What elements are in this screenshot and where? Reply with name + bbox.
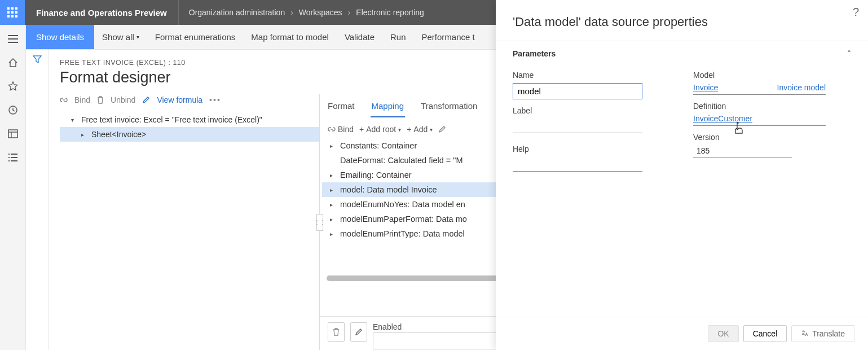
caret-right-icon: ▸ xyxy=(330,202,336,208)
chevron-right-icon: › xyxy=(290,8,293,17)
workspace-icon[interactable] xyxy=(5,125,21,142)
left-toolbar: Bind Unbind View formula ••• xyxy=(60,94,319,108)
bind-button[interactable]: Bind xyxy=(74,95,90,104)
bind-label: Bind xyxy=(338,125,354,134)
action-label: Performance t xyxy=(422,32,475,42)
translate-label: Translate xyxy=(812,329,845,338)
caret-right-icon: ▸ xyxy=(330,172,336,178)
show-all-button[interactable]: Show all▾ xyxy=(94,25,147,49)
tree-label: DateFormat: Calculated field = "M xyxy=(340,156,463,165)
app-title: Finance and Operations Preview xyxy=(25,0,179,25)
tree-label: modelEnumPaperFormat: Data mo xyxy=(340,215,467,224)
format-tree: ▾ Free text invoice: Excel = "Free text … xyxy=(60,112,319,142)
link-icon xyxy=(60,96,68,104)
tab-format[interactable]: Format xyxy=(327,98,356,117)
model-field[interactable]: Invoice Invoice model xyxy=(693,83,826,95)
cancel-label: Cancel xyxy=(753,329,778,338)
performance-button[interactable]: Performance t xyxy=(414,25,483,49)
action-label: Format enumerations xyxy=(155,32,236,42)
view-formula-button[interactable]: View formula xyxy=(157,95,202,104)
section-title: Parameters xyxy=(513,49,556,58)
star-icon[interactable] xyxy=(5,78,21,95)
filter-strip xyxy=(26,50,49,350)
hamburger-icon[interactable] xyxy=(5,30,21,47)
translate-icon xyxy=(801,329,810,338)
model-label: Model xyxy=(693,71,851,80)
show-details-label: Show details xyxy=(36,32,84,42)
tree-label: modelEnumNoYes: Data model en xyxy=(340,200,465,209)
run-button[interactable]: Run xyxy=(382,25,414,49)
cancel-button[interactable]: Cancel xyxy=(743,325,787,342)
svg-rect-1 xyxy=(8,130,17,138)
more-icon[interactable]: ••• xyxy=(209,95,221,104)
left-nav-rail xyxy=(0,25,26,350)
model-link-right[interactable]: Invoice model xyxy=(777,83,826,92)
action-label: Validate xyxy=(345,32,374,42)
map-format-button[interactable]: Map format to model xyxy=(243,25,337,49)
split-handle[interactable]: ⋮⋮ xyxy=(316,214,323,231)
validate-button[interactable]: Validate xyxy=(337,25,382,49)
add-label: Add xyxy=(413,125,428,134)
edit-button[interactable] xyxy=(438,125,446,133)
caret-down-icon: ▾ xyxy=(71,117,77,123)
add-button[interactable]: + Add ▾ xyxy=(407,125,433,134)
show-details-button[interactable]: Show details xyxy=(26,25,94,49)
label-input[interactable] xyxy=(513,119,642,133)
format-enumerations-button[interactable]: Format enumerations xyxy=(147,25,244,49)
pencil-icon xyxy=(142,96,150,104)
add-root-button[interactable]: + Add root ▾ xyxy=(359,125,401,134)
home-icon[interactable] xyxy=(5,54,21,71)
breadcrumb-item[interactable]: Workspaces xyxy=(299,8,342,17)
ok-button[interactable]: OK xyxy=(708,325,738,342)
caret-right-icon: ▸ xyxy=(330,143,336,149)
ok-label: OK xyxy=(717,329,729,338)
definition-label: Definition xyxy=(693,102,851,111)
list-icon[interactable] xyxy=(5,149,21,166)
chevron-right-icon: › xyxy=(348,8,351,17)
name-label: Name xyxy=(513,71,671,80)
parameters-section-header[interactable]: Parameters ˄ xyxy=(496,41,868,62)
name-input[interactable] xyxy=(513,83,642,99)
tree-label: Sheet<Invoice> xyxy=(91,130,146,139)
unbind-button[interactable]: Unbind xyxy=(111,95,135,104)
waffle-icon xyxy=(7,7,17,18)
action-label: Show all xyxy=(102,32,134,42)
caret-right-icon: ▸ xyxy=(330,187,336,193)
recent-icon[interactable] xyxy=(5,102,21,119)
help-icon[interactable]: ? xyxy=(853,6,859,19)
bind-button[interactable]: Bind xyxy=(328,125,354,134)
tree-row[interactable]: ▸ Sheet<Invoice> xyxy=(60,127,319,142)
delete-button[interactable] xyxy=(328,322,345,342)
chevron-down-icon: ▾ xyxy=(136,34,139,40)
definition-link[interactable]: InvoiceCustomer xyxy=(693,114,752,123)
help-label: Help xyxy=(513,145,671,154)
panel-footer: OK Cancel Translate xyxy=(496,317,868,350)
tree-label: Free text invoice: Excel = "Free text in… xyxy=(81,115,262,124)
caret-right-icon: ▸ xyxy=(330,231,336,237)
tree-row[interactable]: ▾ Free text invoice: Excel = "Free text … xyxy=(60,112,319,127)
chevron-down-icon: ▾ xyxy=(398,126,401,133)
tree-label: model: Data model Invoice xyxy=(340,185,437,194)
tab-mapping[interactable]: Mapping xyxy=(371,98,406,117)
add-root-label: Add root xyxy=(366,125,396,134)
chevron-down-icon: ▾ xyxy=(430,126,433,133)
trash-icon xyxy=(97,96,104,104)
version-value: 185 xyxy=(697,145,710,155)
breadcrumb-item[interactable]: Organization administration xyxy=(189,8,285,17)
caret-right-icon: ▸ xyxy=(330,216,336,222)
model-link-left[interactable]: Invoice xyxy=(693,83,718,92)
tab-transformations[interactable]: Transformation xyxy=(420,98,478,117)
translate-button[interactable]: Translate xyxy=(791,325,854,342)
filter-icon[interactable] xyxy=(33,55,42,350)
edit-enabled-button[interactable] xyxy=(350,322,367,342)
label-label: Label xyxy=(513,106,671,115)
tree-label: Constants: Container xyxy=(340,141,417,150)
app-launcher-button[interactable] xyxy=(0,0,25,25)
version-label: Version xyxy=(693,133,851,142)
properties-panel: ? 'Data model' data source properties Pa… xyxy=(496,0,868,350)
breadcrumb-item[interactable]: Electronic reporting xyxy=(356,8,424,17)
chevron-up-icon[interactable]: ˄ xyxy=(847,49,851,58)
action-label: Map format to model xyxy=(251,32,329,42)
help-input[interactable] xyxy=(513,157,642,172)
plus-icon: + xyxy=(407,125,411,134)
